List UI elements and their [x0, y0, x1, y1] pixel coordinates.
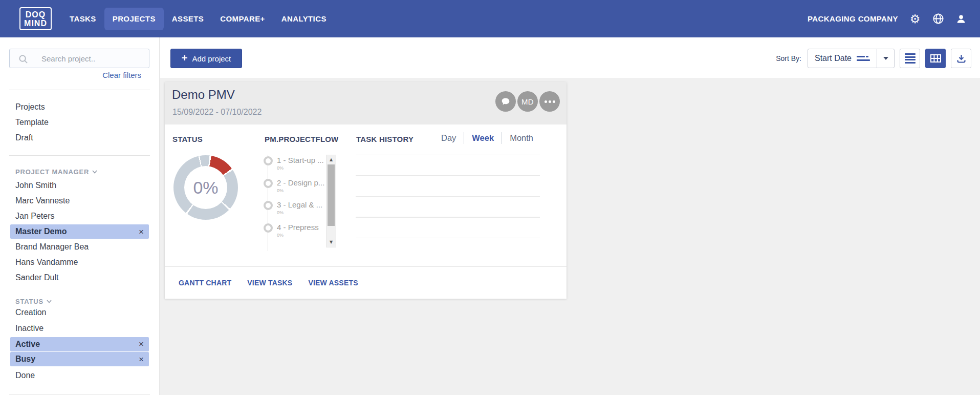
filter-label: Creation — [15, 308, 46, 317]
nav-item-projects[interactable]: PROJECTS — [104, 8, 164, 30]
step-circle-icon — [264, 179, 273, 188]
flow-step: 3 - Legal & ...0% — [264, 198, 327, 221]
nav-item-analytics[interactable]: ANALYTICS — [273, 8, 335, 30]
filter-label: Inactive — [15, 324, 43, 332]
project-manager-section-label: PROJECT MANAGER — [15, 168, 89, 176]
filter-label: Draft — [15, 133, 33, 142]
project-date-range: 15/09/2022 - 07/10/2022 — [172, 108, 262, 117]
manager-filter-hans-vandamme[interactable]: Hans Vandamme — [0, 255, 159, 270]
status-percent: 0% — [193, 178, 218, 198]
project-manager-list: John SmithMarc VannesteJan PetersMaster … — [0, 178, 159, 285]
filter-label: Template — [15, 118, 49, 127]
search-input[interactable] — [10, 49, 149, 68]
sort-select-value-area[interactable]: Start Date — [808, 49, 877, 68]
flow-step: 4 - Prepress0% — [264, 221, 327, 243]
sidebar-divider — [9, 394, 150, 394]
remove-filter-icon[interactable]: × — [139, 355, 144, 364]
language-globe-icon[interactable] — [932, 13, 944, 25]
add-project-button[interactable]: + Add project — [170, 49, 242, 68]
link-view-assets[interactable]: VIEW ASSETS — [308, 279, 358, 287]
chevron-down-icon — [92, 170, 97, 174]
step-name: 3 - Legal & ... — [277, 198, 327, 209]
sort-and-view-cluster: Sort By: Start Date — [776, 49, 971, 68]
more-options-button[interactable] — [539, 91, 560, 112]
plus-icon: + — [182, 53, 188, 63]
status-filter-creation[interactable]: Creation — [0, 304, 159, 320]
avatar-initials: MD — [521, 97, 534, 106]
filter-label: Master Demo — [15, 224, 67, 239]
step-name: 4 - Prepress — [277, 221, 327, 232]
sort-by-label: Sort By: — [776, 54, 801, 63]
step-percent: 0% — [277, 233, 327, 238]
sidebar-divider — [9, 155, 150, 156]
status-filter-done[interactable]: Done — [0, 367, 159, 383]
project-type-list: ProjectsTemplateDraft — [0, 99, 159, 145]
flow-step: 2 - Design p...0% — [264, 176, 327, 199]
link-view-tasks[interactable]: VIEW TASKS — [247, 279, 292, 287]
manager-filter-jan-peters[interactable]: Jan Peters — [0, 209, 159, 224]
status-filter-busy[interactable]: Busy× — [10, 352, 149, 366]
sidebar-item-template[interactable]: Template — [0, 115, 159, 130]
status-donut-chart: 0% — [173, 155, 238, 220]
manager-filter-master-demo[interactable]: Master Demo× — [10, 224, 149, 239]
tab-day[interactable]: Day — [433, 132, 464, 144]
project-card-actions: MD — [495, 91, 560, 112]
main-nav: TASKSPROJECTSASSETSCOMPARE+ANALYTICS — [61, 0, 335, 37]
filter-label: Brand Manager Bea — [15, 242, 89, 251]
project-manager-section-header[interactable]: PROJECT MANAGER — [15, 168, 97, 176]
flow-scrollbar[interactable]: ▲ ▼ — [326, 155, 336, 247]
tab-week[interactable]: Week — [464, 132, 502, 144]
status-filter-inactive[interactable]: Inactive — [0, 320, 159, 336]
filter-label: Sander Dult — [15, 273, 59, 282]
manager-filter-brand-manager-bea[interactable]: Brand Manager Bea — [0, 239, 159, 255]
step-circle-icon — [264, 156, 273, 165]
manager-filter-marc-vanneste[interactable]: Marc Vanneste — [0, 193, 159, 209]
step-circle-icon — [264, 201, 273, 210]
clear-filters-link[interactable]: Clear filters — [102, 71, 141, 79]
list-view-button[interactable] — [900, 49, 920, 68]
scroll-down-icon[interactable]: ▼ — [326, 239, 336, 246]
project-card-body: STATUS 0% PM.PROJECTFLOW 1 - Start-up ..… — [165, 124, 567, 266]
ellipsis-icon — [545, 100, 555, 103]
scrollbar-thumb[interactable] — [328, 164, 335, 226]
sort-select[interactable]: Start Date — [808, 49, 895, 68]
nav-item-assets[interactable]: ASSETS — [164, 8, 212, 30]
manager-filter-sander-dult[interactable]: Sander Dult — [0, 270, 159, 285]
assignee-avatar[interactable]: MD — [517, 91, 538, 112]
remove-filter-icon[interactable]: × — [139, 227, 144, 236]
project-card: Demo PMV 15/09/2022 - 07/10/2022 MD STAT… — [165, 82, 567, 299]
tab-month[interactable]: Month — [502, 132, 541, 144]
projects-toolbar: + Add project Sort By: Start Date — [160, 37, 980, 78]
company-name: PACKAGING COMPANY — [808, 14, 898, 23]
nav-item-compare[interactable]: COMPARE+ — [212, 8, 273, 30]
filter-label: Marc Vanneste — [15, 196, 70, 205]
filter-label: Active — [15, 337, 40, 351]
logo-line-2: MIND — [24, 19, 47, 28]
scroll-up-icon[interactable]: ▲ — [326, 156, 336, 163]
user-profile-icon[interactable] — [955, 13, 967, 25]
status-filter-active[interactable]: Active× — [10, 337, 149, 351]
settings-gear-icon[interactable]: ⚙ — [909, 13, 921, 25]
project-title: Demo PMV — [172, 88, 235, 102]
filter-label: Projects — [15, 102, 45, 111]
nav-item-tasks[interactable]: TASKS — [61, 8, 104, 30]
filter-label: Busy — [15, 352, 35, 366]
status-list: CreationInactiveActive×Busy×Done — [0, 304, 159, 383]
link-gantt-chart[interactable]: GANTT CHART — [179, 279, 231, 287]
top-navbar: DOQ MIND TASKSPROJECTSASSETSCOMPARE+ANAL… — [0, 0, 980, 37]
grid-view-button[interactable] — [925, 49, 946, 68]
app-logo[interactable]: DOQ MIND — [19, 7, 52, 30]
download-button[interactable] — [951, 49, 971, 68]
filter-label: Done — [15, 371, 35, 380]
manager-filter-john-smith[interactable]: John Smith — [0, 178, 159, 193]
step-percent: 0% — [277, 210, 327, 215]
filter-label: John Smith — [15, 181, 56, 190]
comments-button[interactable] — [495, 91, 516, 112]
sidebar-item-projects[interactable]: Projects — [0, 99, 159, 115]
step-percent: 0% — [277, 165, 327, 171]
step-circle-icon — [264, 223, 273, 233]
remove-filter-icon[interactable]: × — [139, 340, 144, 348]
sort-dropdown-caret[interactable] — [877, 49, 894, 68]
sidebar-item-draft[interactable]: Draft — [0, 130, 159, 145]
sort-direction-icon — [857, 56, 870, 61]
